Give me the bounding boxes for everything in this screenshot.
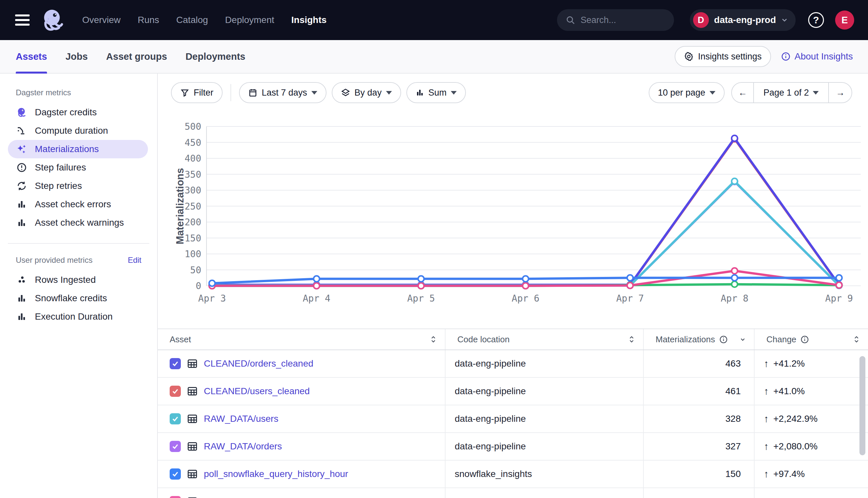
change-value: +2,242.9% bbox=[773, 414, 818, 424]
asset-link[interactable]: CLEANED/users_cleaned bbox=[204, 386, 310, 396]
dagster-metrics-label: Dagster metrics bbox=[16, 88, 71, 97]
materializations-cell: 150 bbox=[644, 461, 755, 487]
prev-page-button[interactable]: ← bbox=[732, 83, 754, 103]
table-row: RAW_DATA/users data-eng-pipeline 328 ↑ +… bbox=[158, 405, 868, 433]
svg-text:350: 350 bbox=[184, 169, 201, 180]
column-header-materializations[interactable]: Materializations bbox=[644, 329, 755, 350]
user-metrics-label: User provided metrics bbox=[16, 255, 92, 265]
sidebar-item-dagster-credits[interactable]: Dagster credits bbox=[8, 103, 148, 121]
tab-asset-groups[interactable]: Asset groups bbox=[106, 40, 167, 73]
table-header-row: Asset Code location Materializat bbox=[158, 329, 868, 350]
svg-text:400: 400 bbox=[184, 153, 201, 164]
table-asset-icon bbox=[187, 496, 198, 498]
column-header-asset[interactable]: Asset bbox=[158, 329, 446, 350]
granularity-label: By day bbox=[355, 88, 382, 98]
sidebar-item-snowflake-credits[interactable]: Snowflake credits bbox=[8, 289, 148, 307]
chevron-down-icon bbox=[386, 91, 392, 95]
sidebar-item-asset-check-errors[interactable]: Asset check errors bbox=[8, 195, 148, 213]
aggregation-label: Sum bbox=[429, 88, 447, 98]
code-location-cell: data-eng-pipeline bbox=[446, 378, 644, 405]
column-header-code-location[interactable]: Code location bbox=[446, 329, 644, 350]
chart-toolbar: Filter Last 7 days By day bbox=[171, 82, 466, 103]
asset-link[interactable]: RAW_DATA/users bbox=[204, 414, 279, 424]
org-switcher[interactable]: D data-eng-prod bbox=[690, 9, 796, 31]
svg-text:Materializations: Materializations bbox=[174, 168, 186, 245]
per-page-button[interactable]: 10 per page bbox=[649, 82, 725, 103]
svg-text:0: 0 bbox=[196, 280, 201, 291]
nav-item-deployment[interactable]: Deployment bbox=[225, 15, 274, 25]
sort-icon[interactable] bbox=[852, 335, 861, 344]
nav-item-catalog[interactable]: Catalog bbox=[176, 15, 208, 25]
svg-text:Apr 7: Apr 7 bbox=[616, 293, 644, 304]
vertical-scrollbar[interactable] bbox=[859, 356, 865, 455]
sidebar-item-materializations[interactable]: Materializations bbox=[8, 140, 148, 158]
dagster-logo-icon[interactable] bbox=[39, 7, 65, 33]
sidebar-item-step-retries[interactable]: Step retries bbox=[8, 177, 148, 195]
hamburger-menu-icon[interactable] bbox=[15, 14, 29, 26]
chevron-down-icon bbox=[451, 91, 457, 95]
svg-text:Apr 9: Apr 9 bbox=[825, 293, 853, 304]
sidebar-item-label: Asset check warnings bbox=[35, 218, 124, 228]
granularity-button[interactable]: By day bbox=[332, 82, 401, 103]
column-header-change[interactable]: Change bbox=[755, 329, 868, 350]
page-indicator-button[interactable]: Page 1 of 2 bbox=[754, 83, 828, 103]
asset-link[interactable]: CLEANED/locations_cleaned bbox=[204, 496, 323, 498]
row-checkbox[interactable] bbox=[170, 496, 181, 498]
sort-icon[interactable] bbox=[627, 335, 636, 344]
table-asset-icon bbox=[187, 441, 198, 452]
insights-sub-nav: Assets Jobs Asset groups Deployments Ins… bbox=[0, 40, 868, 74]
sort-desc-icon[interactable] bbox=[739, 336, 747, 343]
change-value: +41.0% bbox=[773, 386, 805, 396]
info-icon[interactable] bbox=[719, 335, 728, 344]
next-page-button[interactable]: → bbox=[828, 83, 852, 103]
column-label: Change bbox=[766, 335, 796, 344]
asset-link[interactable]: RAW_DATA/orders bbox=[204, 441, 282, 452]
asset-link[interactable]: CLEANED/orders_cleaned bbox=[204, 358, 313, 369]
sort-icon[interactable] bbox=[429, 335, 438, 344]
row-checkbox[interactable] bbox=[170, 441, 181, 452]
search-box[interactable]: / bbox=[557, 9, 674, 31]
sparkles-icon bbox=[16, 143, 28, 155]
nav-item-runs[interactable]: Runs bbox=[138, 15, 159, 25]
sidebar-item-execution-duration[interactable]: Execution Duration bbox=[8, 307, 148, 326]
change-cell: ↑ +41.2% bbox=[755, 350, 868, 377]
sidebar-item-rows-ingested[interactable]: Rows Ingested bbox=[8, 271, 148, 289]
tab-deployments[interactable]: Deployments bbox=[186, 40, 245, 73]
materializations-chart-container: 050100150200250300350400450500Apr 3Apr 4… bbox=[171, 121, 868, 319]
row-checkbox[interactable] bbox=[170, 386, 181, 397]
tab-jobs[interactable]: Jobs bbox=[65, 40, 88, 73]
sidebar-item-compute-duration[interactable]: Compute duration bbox=[8, 121, 148, 140]
info-icon[interactable] bbox=[800, 335, 809, 344]
search-input[interactable] bbox=[580, 15, 697, 25]
row-checkbox[interactable] bbox=[170, 358, 181, 369]
insights-settings-button[interactable]: Insights settings bbox=[675, 46, 771, 67]
row-checkbox[interactable] bbox=[170, 469, 181, 480]
edit-metrics-link[interactable]: Edit bbox=[128, 255, 141, 265]
about-insights-link[interactable]: About Insights bbox=[781, 51, 853, 62]
about-insights-label: About Insights bbox=[795, 51, 853, 62]
aggregation-button[interactable]: Sum bbox=[406, 82, 466, 103]
sidebar-item-step-failures[interactable]: Step failures bbox=[8, 158, 148, 177]
nav-item-overview[interactable]: Overview bbox=[82, 15, 121, 25]
search-icon bbox=[565, 15, 575, 25]
sidebar-item-asset-check-warnings[interactable]: Asset check warnings bbox=[8, 213, 148, 232]
column-label: Asset bbox=[170, 335, 191, 344]
row-checkbox[interactable] bbox=[170, 413, 181, 424]
filter-button[interactable]: Filter bbox=[171, 82, 222, 103]
nav-item-insights[interactable]: Insights bbox=[291, 15, 327, 25]
asset-link[interactable]: poll_snowflake_query_history_hour bbox=[204, 469, 348, 479]
org-avatar: D bbox=[693, 12, 709, 28]
user-avatar[interactable]: E bbox=[835, 11, 854, 29]
svg-text:300: 300 bbox=[184, 185, 201, 196]
table-body: CLEANED/orders_cleaned data-eng-pipeline… bbox=[158, 350, 868, 498]
change-cell: ↑ +2,080.0% bbox=[755, 433, 868, 460]
calendar-icon bbox=[248, 88, 257, 97]
materializations-cell: 47 bbox=[644, 488, 755, 498]
tab-assets[interactable]: Assets bbox=[16, 40, 47, 73]
change-cell: ↑ +2,250.0% bbox=[755, 488, 868, 498]
sidebar-item-label: Dagster credits bbox=[35, 107, 97, 118]
sidebar-item-label: Compute duration bbox=[35, 126, 108, 136]
filter-icon bbox=[180, 88, 189, 97]
help-icon[interactable]: ? bbox=[808, 12, 824, 28]
date-range-button[interactable]: Last 7 days bbox=[239, 82, 327, 103]
